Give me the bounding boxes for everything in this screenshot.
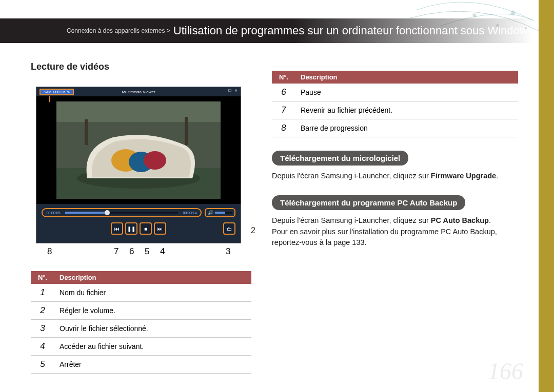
time-current: 00:00:05 bbox=[45, 211, 62, 215]
skip-next-icon: ⏭ bbox=[157, 226, 163, 232]
close-icon[interactable]: ✕ bbox=[233, 88, 239, 93]
firmware-text: Depuis l'écran Samsung i-Launcher, cliqu… bbox=[272, 171, 518, 182]
filename-chip[interactable]: SAM_0003.MP4 bbox=[39, 89, 74, 95]
section-heading-videos: Lecture de vidéos bbox=[31, 61, 251, 72]
viewer-titlebar: SAM_0003.MP4 Multimedia Viewer ─ ☐ ✕ bbox=[36, 87, 241, 96]
callout-7: 7 bbox=[114, 246, 118, 257]
page-number: 166 bbox=[488, 358, 523, 385]
svg-point-2 bbox=[472, 13, 477, 18]
minimize-icon[interactable]: ─ bbox=[221, 88, 226, 93]
skip-prev-icon: ⏮ bbox=[114, 226, 120, 232]
description-table-left: N°. Description 1Nom du fichier 2Régler … bbox=[31, 271, 251, 374]
maximize-icon[interactable]: ☐ bbox=[227, 88, 232, 93]
pill-autobackup: Téléchargement du programme PC Auto Back… bbox=[272, 195, 465, 210]
volume-control[interactable]: 🔊 bbox=[205, 208, 235, 217]
stop-button[interactable]: ■ bbox=[140, 222, 152, 235]
table-row: 6Pause bbox=[272, 84, 518, 101]
callout-6: 6 bbox=[129, 246, 134, 257]
table-row: 2Régler le volume. bbox=[31, 302, 251, 320]
table-row: 3Ouvrir le fichier sélectionné. bbox=[31, 320, 251, 338]
previous-button[interactable]: ⏮ bbox=[111, 222, 123, 235]
header-bar: Connexion à des appareils externes > Uti… bbox=[0, 18, 533, 43]
table-row: 8Barre de progression bbox=[272, 119, 518, 137]
folder-icon: 🗀 bbox=[227, 226, 232, 232]
table-header-desc: Description bbox=[295, 71, 518, 84]
pause-button[interactable]: ❚❚ bbox=[125, 222, 137, 235]
stop-icon: ■ bbox=[144, 226, 147, 232]
table-row: 7Revenir au fichier précédent. bbox=[272, 101, 518, 119]
progress-bar-container[interactable]: 00:00:05 00:00:14 bbox=[42, 208, 202, 217]
table-row: 5Arrêter bbox=[31, 356, 251, 374]
video-frame bbox=[36, 96, 241, 204]
callout-3: 3 bbox=[226, 246, 230, 257]
callout-5: 5 bbox=[145, 246, 149, 257]
callout-2: 2 bbox=[251, 226, 255, 235]
multimedia-viewer-window: SAM_0003.MP4 Multimedia Viewer ─ ☐ ✕ bbox=[36, 87, 241, 243]
sidebar-strip bbox=[539, 0, 554, 392]
svg-point-0 bbox=[510, 10, 516, 16]
callout-8: 8 bbox=[47, 246, 52, 257]
table-header-num: N°. bbox=[31, 271, 54, 284]
table-row: 1Nom du fichier bbox=[31, 284, 251, 302]
svg-rect-6 bbox=[56, 101, 221, 122]
table-header-desc: Description bbox=[54, 271, 251, 284]
pill-firmware: Téléchargement du micrologiciel bbox=[272, 151, 408, 166]
callout-4: 4 bbox=[160, 246, 165, 257]
svg-rect-12 bbox=[185, 117, 188, 145]
autobackup-text: Depuis l'écran Samsung i-Launcher, cliqu… bbox=[272, 215, 518, 249]
progress-bar[interactable] bbox=[65, 212, 178, 214]
description-table-right: N°. Description 6Pause 7Revenir au fichi… bbox=[272, 71, 518, 137]
callout-bottom-row: 8 7 6 5 4 3 bbox=[36, 246, 241, 262]
next-button[interactable]: ⏭ bbox=[154, 222, 166, 235]
table-header-num: N°. bbox=[272, 71, 295, 84]
svg-point-10 bbox=[144, 151, 166, 170]
pause-icon: ❚❚ bbox=[127, 226, 135, 232]
breadcrumb: Connexion à des appareils externes > bbox=[67, 27, 170, 34]
time-total: 00:00:14 bbox=[181, 211, 199, 215]
table-row: 4Accéder au fichier suivant. bbox=[31, 338, 251, 356]
open-file-button[interactable]: 🗀 bbox=[223, 222, 235, 235]
svg-rect-11 bbox=[85, 119, 88, 145]
speaker-icon: 🔊 bbox=[208, 210, 213, 215]
viewer-title: Multimedia Viewer bbox=[122, 90, 155, 94]
page-title: Utilisation de programmes sur un ordinat… bbox=[173, 24, 533, 37]
